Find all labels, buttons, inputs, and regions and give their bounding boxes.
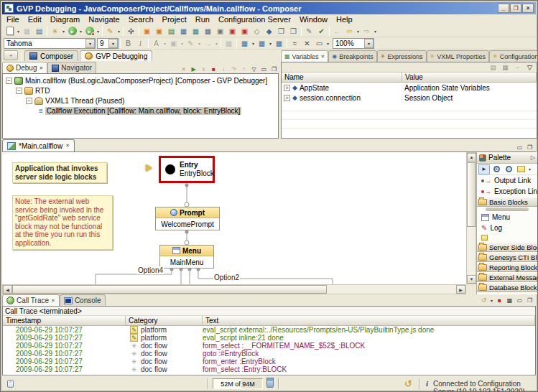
open-diagram-icon[interactable]: ▦ — [177, 25, 190, 37]
collapse-icon[interactable]: − — [26, 98, 32, 104]
new-callflow-icon[interactable]: ▣ — [141, 25, 153, 37]
tree-item-vxml-thread[interactable]: − VXML1 Thread (Paused) — [3, 95, 278, 106]
debug-config-icon[interactable]: ✳ — [49, 25, 61, 37]
tab-variables[interactable]: ▦ Variables ✕ — [281, 50, 328, 62]
minimize-pane-icon[interactable]: ▭ — [259, 65, 269, 73]
new-wizard-dropdown-icon[interactable]: ▾ — [16, 25, 21, 37]
brush-dropdown-icon[interactable]: ▾ — [116, 25, 121, 37]
collapse-icon[interactable]: − — [16, 88, 22, 94]
cross-link-icon[interactable]: ✕ — [301, 37, 313, 49]
line-color-dropdown-icon[interactable]: ▾ — [197, 37, 202, 49]
expand-icon[interactable]: + — [284, 95, 290, 101]
menu-file[interactable]: File — [2, 14, 24, 25]
maximize-pane-icon[interactable]: ❐ — [525, 143, 534, 151]
menu-search[interactable]: Search — [124, 14, 158, 25]
validate-icon[interactable]: ✔ — [315, 25, 328, 37]
step-over-icon[interactable]: ↷ — [229, 65, 238, 73]
minimize-window-button[interactable]: _ — [498, 4, 509, 13]
step-into-icon[interactable]: ↓ — [219, 65, 228, 73]
trace-row[interactable]: 2009-06-29 10:07:27 ✎platform eval_scrip… — [3, 326, 535, 334]
close-icon[interactable]: ✕ — [39, 65, 43, 71]
run-dropdown-icon[interactable]: ▾ — [78, 25, 83, 37]
tab-navigator[interactable]: Navigator — [47, 62, 96, 73]
font-combo-arrow-icon[interactable]: ▾ — [85, 39, 95, 48]
title-bar[interactable]: GVP Debugging - JavaComposerProject/Call… — [2, 2, 536, 14]
new-window-icon[interactable]: ❐ — [275, 25, 287, 37]
trace-options-dropdown-icon[interactable]: ▾ — [489, 294, 494, 306]
auto-layout-icon[interactable]: ▦ — [238, 37, 251, 49]
prev-diamond-icon[interactable]: ◇ — [251, 25, 263, 37]
fill-color-dropdown-icon[interactable]: ▾ — [180, 37, 185, 49]
palette-section-basic-blocks[interactable]: Basic Blocks — [477, 197, 537, 207]
palette-header[interactable]: Palette ▷ — [477, 152, 537, 164]
size-combo-arrow-icon[interactable]: ▾ — [108, 39, 118, 48]
minimize-pane-icon[interactable]: ▭ — [515, 143, 524, 151]
save-icon[interactable]: ▦ — [21, 25, 33, 37]
trace-row[interactable]: 2009-06-29 10:07:27 ✎platform eval_scrip… — [3, 334, 535, 342]
add-resource-icon[interactable]: ▤ — [165, 25, 177, 37]
tree-item-callflow-execution[interactable]: ≡ Callflow Execution [Callflow: Main.cal… — [3, 106, 278, 116]
menu-configuration-server[interactable]: Configuration Server — [214, 14, 295, 25]
column-header-text[interactable]: Text — [203, 316, 535, 325]
menu-block[interactable]: Menu MainMenu — [159, 245, 214, 269]
scroll-right-icon[interactable]: ▶ — [456, 285, 465, 294]
next-diamond-icon[interactable]: ◆ — [263, 25, 275, 37]
generate-code-icon[interactable]: ▦ — [190, 25, 202, 37]
forward-dropdown-icon[interactable]: ▾ — [373, 25, 378, 37]
tab-expressions[interactable]: ✳ Expressions — [377, 50, 427, 62]
italic-icon[interactable]: I — [134, 37, 147, 49]
font-color-dropdown-icon[interactable]: ▾ — [162, 37, 167, 49]
forward-icon[interactable]: ⇨ — [361, 25, 373, 37]
variable-row-session-connection[interactable]: + ◆ session.connection Session Object — [282, 93, 537, 103]
tab-configuration-parameter[interactable]: ✳ Configuration Parameter — [489, 50, 538, 62]
palette-item-menu[interactable]: Menu — [477, 212, 537, 223]
entry-block[interactable]: Entry EntryBlock — [159, 156, 215, 183]
format-brush-icon[interactable]: ✎ — [104, 25, 116, 37]
scrollbar-thumb[interactable] — [467, 162, 476, 227]
open-perspective-icon[interactable]: + — [4, 50, 18, 60]
mark-occurrences-icon[interactable]: ✎ — [303, 25, 315, 37]
annotation-note[interactable]: Application that invokes server side log… — [12, 162, 107, 183]
diagram-canvas[interactable]: Application that invokes server side log… — [2, 152, 466, 284]
tab-breakpoints[interactable]: ◉ Breakpoints — [328, 50, 377, 62]
close-icon[interactable]: ✕ — [51, 298, 55, 304]
arrow-style-icon[interactable]: → — [202, 37, 214, 49]
back-icon[interactable]: ⇦ — [343, 25, 356, 37]
suspend-icon[interactable]: ‖ — [199, 65, 208, 73]
menu-help[interactable]: Help — [332, 14, 357, 25]
tree-item-rtd[interactable]: − RTD — [3, 85, 278, 95]
new-workflow-icon[interactable]: ▣ — [153, 25, 165, 37]
menu-project[interactable]: Project — [158, 14, 191, 25]
tab-console[interactable]: Console — [60, 294, 106, 306]
palette-section-server-side-blocks[interactable]: Server Side Blocks — [477, 242, 537, 252]
status-db-icon[interactable]: ° — [7, 380, 14, 388]
maximize-pane-icon[interactable]: ❐ — [269, 65, 279, 73]
scroll-up-icon[interactable]: ▲ — [467, 153, 476, 162]
search-icon[interactable]: ✣ — [125, 25, 137, 37]
palette-item-log[interactable]: ✎ Log — [477, 223, 537, 233]
back-dropdown-icon[interactable]: ▾ — [356, 25, 361, 37]
tree-item-callflow[interactable]: − Main.callflow (BusLogicJavaComposerPro… — [3, 75, 278, 85]
palette-item-output-link[interactable]: → Output Link — [477, 175, 537, 186]
note-tool-dropdown-icon[interactable]: ▾ — [527, 164, 532, 175]
run-garbage-collector-icon[interactable] — [266, 379, 274, 388]
warning-note[interactable]: Note: The external web service being inv… — [12, 195, 113, 250]
trace-row[interactable]: 2009-06-29 10:07:27 ✳doc flow form_selec… — [3, 342, 535, 350]
align-icon[interactable]: ▦ — [223, 37, 235, 49]
palette-section-external-messaging[interactable]: External Messagin... — [477, 272, 537, 282]
fill-color-icon[interactable]: ▣ — [167, 37, 180, 49]
prompt-block[interactable]: Prompt WelcomePrompt — [155, 207, 220, 230]
column-header-timestamp[interactable]: Timestamp — [3, 316, 126, 325]
perspective-tab-gvp-debugging[interactable]: GVP Debugging — [80, 50, 152, 61]
column-header-value[interactable]: Value — [402, 73, 537, 82]
perspective-tab-composer[interactable]: Composer — [24, 50, 78, 61]
tab-debug[interactable]: Debug ✕ — [2, 62, 47, 73]
remove-terminated-icon[interactable]: ✕ — [179, 65, 188, 73]
maximize-pane-icon[interactable]: ❐ — [525, 296, 534, 304]
trace-row[interactable]: 2009-06-29 10:07:27 ✳doc flow goto :#Ent… — [3, 350, 535, 358]
lock-icon[interactable]: ▣ — [214, 25, 226, 37]
step-return-icon[interactable]: ↑ — [239, 65, 249, 73]
scroll-down-icon[interactable]: ▼ — [467, 275, 476, 284]
route-style-icon[interactable]: ▦ — [273, 37, 285, 49]
close-icon[interactable]: ✕ — [320, 54, 325, 60]
